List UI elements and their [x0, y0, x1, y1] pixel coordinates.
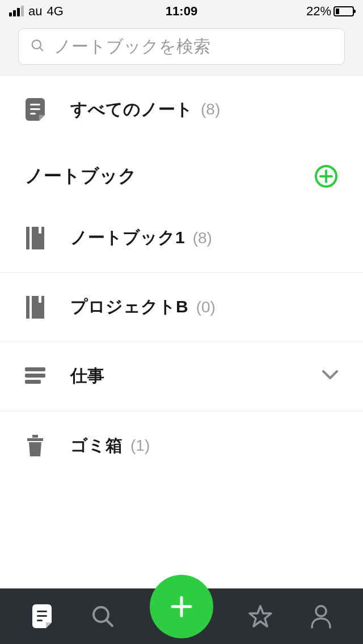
- svg-line-25: [107, 620, 112, 626]
- svg-marker-26: [250, 606, 271, 626]
- svg-rect-22: [37, 615, 47, 617]
- signal-icon: [9, 6, 24, 16]
- clock: 11:09: [166, 4, 197, 19]
- notebook-count: (8): [193, 229, 212, 247]
- tab-bar: [0, 588, 363, 644]
- svg-point-0: [32, 40, 41, 49]
- svg-rect-15: [25, 367, 45, 371]
- notebook-label: プロジェクトB: [70, 295, 188, 319]
- status-left: au 4G: [9, 4, 64, 19]
- carrier-label: au: [28, 4, 42, 19]
- svg-rect-16: [25, 374, 45, 378]
- all-notes-count: (8): [201, 100, 220, 118]
- chevron-down-icon: [322, 370, 338, 383]
- all-notes-label: すべてのノート: [70, 98, 193, 121]
- svg-rect-12: [26, 296, 29, 319]
- battery-icon: [334, 6, 354, 16]
- search-input[interactable]: [54, 37, 333, 56]
- notebook-icon: [25, 227, 45, 249]
- content: すべてのノート (8) ノートブック ノートブック1 (8): [0, 75, 363, 480]
- svg-rect-5: [30, 113, 36, 115]
- search-icon: [30, 38, 45, 55]
- svg-rect-19: [32, 435, 38, 438]
- notebook-icon: [25, 296, 45, 319]
- trash-icon: [25, 435, 45, 456]
- svg-rect-4: [30, 108, 40, 110]
- svg-rect-10: [32, 227, 44, 249]
- note-icon: [25, 98, 45, 121]
- tab-notes[interactable]: [28, 602, 56, 630]
- section-title: ノートブック: [25, 164, 137, 189]
- notebook-count: (0): [196, 298, 216, 316]
- svg-rect-23: [37, 620, 43, 621]
- all-notes-row[interactable]: すべてのノート (8): [0, 75, 363, 143]
- trash-row[interactable]: ゴミ箱 (1): [0, 411, 363, 480]
- trash-label: ゴミ箱: [70, 434, 123, 457]
- svg-line-1: [40, 48, 43, 50]
- notebook-row[interactable]: プロジェクトB (0): [0, 273, 363, 342]
- notebook-stack-row[interactable]: 仕事: [0, 342, 363, 411]
- search-box[interactable]: [18, 28, 345, 65]
- tab-account[interactable]: [307, 602, 335, 630]
- notebook-row[interactable]: ノートブック1 (8): [0, 204, 363, 273]
- tab-search[interactable]: [88, 602, 117, 630]
- stack-icon: [25, 367, 45, 385]
- search-area: [0, 23, 363, 75]
- battery-pct: 22%: [306, 4, 331, 19]
- svg-rect-17: [25, 380, 41, 384]
- svg-rect-13: [32, 296, 44, 319]
- notebook-label: 仕事: [70, 365, 104, 388]
- svg-point-27: [316, 606, 326, 616]
- svg-rect-21: [37, 611, 47, 612]
- svg-rect-11: [39, 227, 41, 234]
- trash-count: (1): [130, 437, 150, 455]
- svg-rect-9: [26, 227, 29, 249]
- add-notebook-button[interactable]: [314, 164, 338, 188]
- network-label: 4G: [47, 4, 63, 19]
- status-bar: au 4G 11:09 22%: [0, 0, 363, 23]
- svg-rect-3: [30, 104, 40, 105]
- svg-rect-14: [39, 296, 41, 303]
- notebook-label: ノートブック1: [70, 226, 185, 249]
- status-right: 22%: [306, 4, 354, 19]
- new-note-fab[interactable]: [150, 575, 213, 638]
- notebooks-section-header: ノートブック: [0, 143, 363, 204]
- svg-rect-18: [27, 438, 43, 441]
- tab-favorites[interactable]: [246, 602, 275, 630]
